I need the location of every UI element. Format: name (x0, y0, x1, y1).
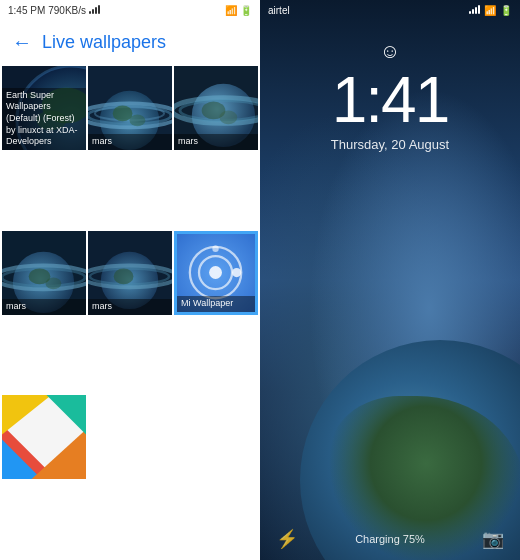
svg-point-34 (232, 268, 241, 277)
back-button[interactable]: ← (12, 31, 32, 54)
right-panel: airtel 📶 🔋 ☺ 1:41 Thursday, 20 August ⚡ … (260, 0, 520, 560)
right-wifi-icon: 📶 (484, 5, 496, 16)
wifi-icon: 📶 (225, 5, 237, 16)
signal-icon (89, 4, 100, 16)
svg-point-18 (219, 110, 237, 124)
left-status-bar: 1:45 PM 790KB/s 📶 🔋 (0, 0, 260, 20)
svg-point-12 (130, 114, 146, 126)
charging-text: Charging 75% (298, 533, 482, 545)
grid-item-mars-4[interactable]: mars (88, 231, 172, 315)
mars4-label: mars (88, 299, 172, 315)
right-battery-icon: 🔋 (500, 5, 512, 16)
grid-item-colorful[interactable] (2, 395, 86, 479)
mars3-label: mars (2, 299, 86, 315)
svg-point-11 (113, 106, 133, 122)
lockscreen-content: ☺ 1:41 Thursday, 20 August (260, 20, 520, 518)
smiley-icon: ☺ (380, 40, 400, 63)
mi-label: Mi Wallpaper (177, 296, 255, 312)
lock-time: 1:41 (332, 68, 449, 132)
right-status-icons: 📶 🔋 (469, 4, 512, 16)
camera-icon[interactable]: 📷 (482, 528, 504, 550)
time-display: 1:45 PM (8, 5, 45, 16)
battery-icon: 🔋 (240, 5, 252, 16)
network-speed: 790KB/s (48, 5, 86, 16)
right-status-bar: airtel 📶 🔋 (260, 0, 520, 20)
mars1-label: mars (88, 134, 172, 150)
left-header: ← Live wallpapers (0, 20, 260, 64)
grid-item-mi[interactable]: Mi Wallpaper (174, 231, 258, 315)
earth-label: Earth Super Wallpapers (Default) (Forest… (2, 88, 86, 150)
lock-date: Thursday, 20 August (331, 137, 449, 152)
svg-point-24 (45, 277, 61, 289)
right-signal-icon (469, 4, 480, 16)
left-panel: 1:45 PM 790KB/s 📶 🔋 ← Live wallpapers (0, 0, 260, 560)
status-left: 1:45 PM 790KB/s (8, 4, 100, 16)
flashlight-icon[interactable]: ⚡ (276, 528, 298, 550)
wallpaper-grid: Earth Super Wallpapers (Default) (Forest… (0, 64, 260, 560)
grid-item-mars-2[interactable]: mars (174, 66, 258, 150)
svg-point-29 (114, 268, 134, 284)
page-title: Live wallpapers (42, 32, 166, 53)
svg-point-35 (212, 245, 218, 251)
svg-point-33 (209, 266, 222, 279)
lockscreen-bottom: ⚡ Charging 75% 📷 (260, 518, 520, 560)
grid-item-mars-3[interactable]: mars (2, 231, 86, 315)
status-right: 📶 🔋 (225, 5, 252, 16)
grid-item-mars-1[interactable]: mars (88, 66, 172, 150)
carrier-name: airtel (268, 5, 290, 16)
mars2-label: mars (174, 134, 258, 150)
grid-item-earth[interactable]: Earth Super Wallpapers (Default) (Forest… (2, 66, 86, 150)
colorful-thumb-svg (2, 395, 86, 479)
